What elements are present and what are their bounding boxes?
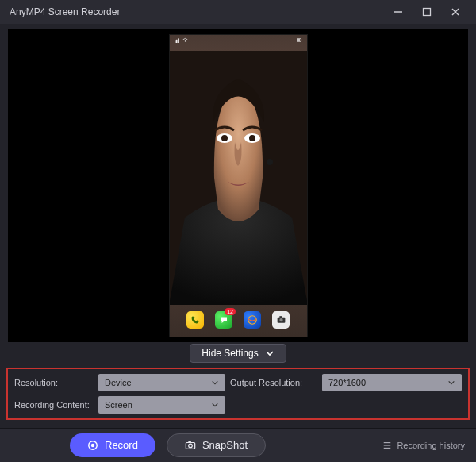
svg-rect-4 [175,40,175,43]
output-resolution-dropdown[interactable]: 720*1600 [322,374,462,391]
app-title: AnyMP4 Screen Recorder [6,6,384,17]
phone-preview: 12 [169,34,308,337]
snapshot-button[interactable]: SnapShot [167,433,266,457]
settings-panel: Resolution: Device Output Resolution: 72… [6,368,470,420]
titlebar: AnyMP4 Screen Recorder [0,0,476,24]
hide-settings-row: Hide Settings [0,342,476,364]
minimize-button[interactable] [384,0,413,24]
recording-content-label: Recording Content: [14,400,94,410]
phone-dock: 12 [170,308,307,332]
svg-point-24 [189,444,193,448]
svg-rect-20 [279,316,282,318]
recording-history-link[interactable]: Recording history [382,441,465,450]
svg-rect-1 [424,9,431,16]
recording-content-value: Screen [105,400,132,410]
chevron-down-icon [211,379,219,387]
recording-history-label: Recording history [397,441,465,450]
recording-content-dropdown[interactable]: Screen [98,396,225,414]
svg-rect-10 [301,40,301,40]
selfie-image [170,51,307,305]
resolution-value: Device [105,378,132,387]
output-resolution-label: Output Resolution: [230,378,317,387]
svg-rect-5 [176,40,177,43]
chevron-down-icon [211,401,219,409]
svg-point-19 [279,318,282,321]
signal-icon [175,37,180,43]
preview-area: 12 [8,29,468,342]
svg-point-22 [91,444,94,447]
record-button[interactable]: Record [70,433,155,457]
svg-point-14 [221,135,228,141]
resolution-label: Resolution: [14,378,94,387]
record-label: Record [105,439,138,451]
maximize-button[interactable] [413,0,441,24]
dock-camera-icon [272,311,290,329]
app-window: AnyMP4 Screen Recorder [0,0,476,462]
svg-point-15 [249,135,255,141]
svg-rect-9 [297,39,300,40]
chevron-down-icon [447,379,455,387]
chevron-down-icon [265,348,274,358]
camera-icon [185,440,196,451]
dock-phone-icon [186,311,204,329]
dock-browser-icon [244,311,261,329]
wifi-icon [182,37,188,43]
output-resolution-value: 720*1600 [328,378,366,387]
bottombar: Record SnapShot Recording history [0,428,476,462]
messages-badge: 12 [225,308,236,315]
snapshot-label: SnapShot [202,439,248,451]
hide-settings-button[interactable]: Hide Settings [190,344,286,363]
svg-rect-25 [188,441,191,443]
dock-messages-icon: 12 [215,311,232,329]
close-button[interactable] [441,0,470,24]
svg-point-7 [184,40,185,41]
svg-point-16 [267,159,273,165]
phone-statusbar [170,35,307,46]
list-icon [382,441,392,450]
resolution-dropdown[interactable]: Device [98,374,225,391]
svg-rect-6 [178,38,178,43]
hide-settings-label: Hide Settings [202,348,258,359]
record-icon [87,440,98,451]
battery-icon [297,37,302,43]
